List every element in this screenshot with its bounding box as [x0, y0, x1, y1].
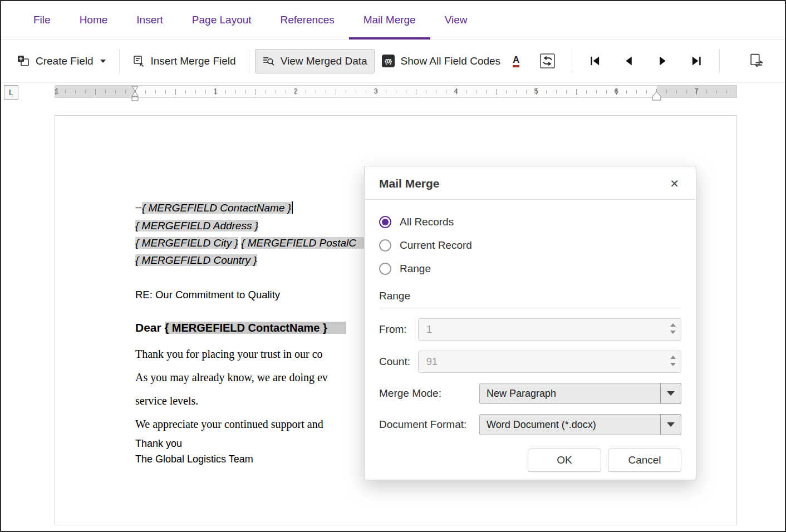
show-all-field-codes-button[interactable]: Show All Field Codes	[375, 48, 508, 73]
chevron-down-icon	[100, 59, 106, 63]
last-record-icon	[691, 55, 703, 67]
anchor-mark: ==	[135, 205, 141, 211]
create-field-icon	[17, 55, 30, 67]
refresh-fields-button[interactable]	[534, 50, 561, 72]
merge-mode-value: New Paragraph	[487, 388, 556, 400]
ruler-strip[interactable]: 11234567	[55, 85, 737, 98]
merge-mode-row: Merge Mode: New Paragraph	[379, 383, 681, 404]
app-window: File Home Insert Page Layout References …	[0, 0, 786, 532]
range-group-label: Range	[379, 290, 681, 302]
field-codes-icon	[382, 55, 395, 67]
radio-button[interactable]	[379, 216, 391, 228]
radio-all-records[interactable]: All Records	[379, 214, 681, 230]
indent-marker-left[interactable]	[131, 86, 139, 102]
tab-page-layout[interactable]: Page Layout	[178, 1, 266, 39]
view-merged-data-icon	[262, 55, 274, 67]
dialog-footer: OK Cancel	[365, 435, 696, 480]
refresh-icon	[540, 53, 555, 68]
from-label: From:	[379, 323, 418, 336]
indent-marker-right[interactable]	[652, 91, 661, 101]
from-spinner[interactable]	[670, 323, 676, 334]
merge-mode-label: Merge Mode:	[379, 387, 479, 400]
document-format-dropdown[interactable]: Word Document (*.docx)	[479, 414, 681, 435]
show-all-field-codes-label: Show All Field Codes	[401, 55, 501, 67]
close-icon[interactable]: ✕	[667, 177, 681, 190]
caret-down-icon	[667, 391, 675, 396]
document-format-value: Word Document (*.docx)	[487, 419, 596, 431]
count-row: Count: 91	[379, 351, 681, 373]
salutation-prefix: Dear	[135, 321, 165, 334]
spin-up-icon[interactable]	[670, 323, 676, 327]
from-row: From: 1	[379, 318, 681, 341]
next-record-button[interactable]	[646, 51, 680, 71]
dropdown-button[interactable]	[660, 383, 681, 404]
range-group-divider	[379, 308, 681, 308]
toolbar-separator	[572, 49, 572, 73]
toolbar-separator	[249, 49, 249, 73]
tab-mail-merge[interactable]: Mail Merge	[349, 1, 430, 39]
dialog-header: Mail Merge ✕	[365, 166, 696, 200]
spin-up-icon[interactable]	[670, 356, 676, 359]
document-format-row: Document Format: Word Document (*.docx)	[379, 414, 681, 435]
ok-button[interactable]: OK	[528, 449, 601, 472]
radio-label: Range	[400, 263, 431, 275]
tab-references[interactable]: References	[266, 1, 349, 39]
radio-button[interactable]	[379, 239, 391, 252]
document-sync-icon	[749, 53, 764, 68]
count-input[interactable]: 91	[418, 351, 681, 373]
count-label: Count:	[379, 356, 418, 368]
tab-file[interactable]: File	[19, 1, 65, 39]
merge-document-button[interactable]	[743, 50, 769, 72]
cancel-button[interactable]: Cancel	[608, 449, 681, 472]
tab-stop-selector[interactable]: L	[4, 85, 18, 100]
count-value: 91	[426, 356, 438, 368]
first-record-button[interactable]	[578, 51, 612, 71]
caret-down-icon	[667, 422, 675, 427]
merge-field-city[interactable]: { MERGEFIELD City }	[135, 237, 238, 249]
merge-field-country[interactable]: { MERGEFIELD Country }	[135, 254, 257, 266]
tab-insert[interactable]: Insert	[122, 1, 178, 39]
merge-field-address[interactable]: { MERGEFIELD Address }	[135, 220, 258, 231]
view-merged-data-label: View Merged Data	[281, 55, 367, 67]
merge-mode-dropdown[interactable]: New Paragraph	[479, 383, 681, 404]
tab-home[interactable]: Home	[65, 1, 122, 39]
dialog-title: Mail Merge	[379, 177, 440, 190]
menu-bar: File Home Insert Page Layout References …	[1, 1, 785, 40]
view-merged-data-button[interactable]: View Merged Data	[255, 49, 375, 73]
toolbar-separator	[719, 49, 720, 73]
radio-current-record[interactable]: Current Record	[379, 238, 681, 253]
radio-button[interactable]	[379, 263, 391, 275]
radio-range[interactable]: Range	[379, 261, 681, 277]
count-spinner[interactable]	[670, 356, 676, 366]
dialog-body: All Records Current Record Range Range F…	[365, 200, 696, 435]
text-cursor	[292, 201, 293, 214]
create-field-button[interactable]: Create Field	[10, 49, 114, 73]
toolbar-separator	[119, 49, 120, 73]
merge-field-contact-name[interactable]: { MERGEFIELD ContactName }	[142, 202, 291, 214]
tab-view[interactable]: View	[430, 1, 482, 39]
from-input[interactable]: 1	[418, 318, 681, 341]
first-record-icon	[589, 55, 601, 67]
spin-down-icon[interactable]	[670, 363, 676, 366]
insert-merge-field-button[interactable]: Insert Merge Field	[125, 49, 243, 73]
radio-label: All Records	[400, 216, 454, 228]
merge-field-contact-name-salutation[interactable]: { MERGEFIELD ContactName }	[165, 322, 346, 334]
previous-record-icon	[623, 55, 635, 67]
merge-field-postal-code[interactable]: { MERGEFIELD PostalC	[241, 237, 375, 249]
last-record-button[interactable]	[680, 51, 714, 71]
ruler-ticks-minor	[55, 90, 736, 93]
insert-merge-field-label: Insert Merge Field	[151, 55, 236, 67]
next-record-icon	[657, 55, 669, 67]
dialog-radio-group: All Records Current Record Range	[379, 214, 681, 277]
radio-label: Current Record	[400, 239, 472, 252]
mail-merge-dialog: Mail Merge ✕ All Records Current Record …	[364, 166, 696, 480]
highlight-merge-fields-button[interactable]: A	[508, 53, 524, 70]
mail-merge-toolbar: Create Field Insert Merge Field	[1, 40, 785, 83]
document-format-label: Document Format:	[379, 418, 479, 431]
spin-down-icon[interactable]	[670, 331, 676, 334]
insert-merge-field-icon	[132, 55, 145, 67]
dropdown-button[interactable]	[660, 414, 681, 435]
previous-record-button[interactable]	[612, 51, 646, 71]
from-value: 1	[426, 324, 432, 336]
create-field-label: Create Field	[36, 55, 94, 67]
